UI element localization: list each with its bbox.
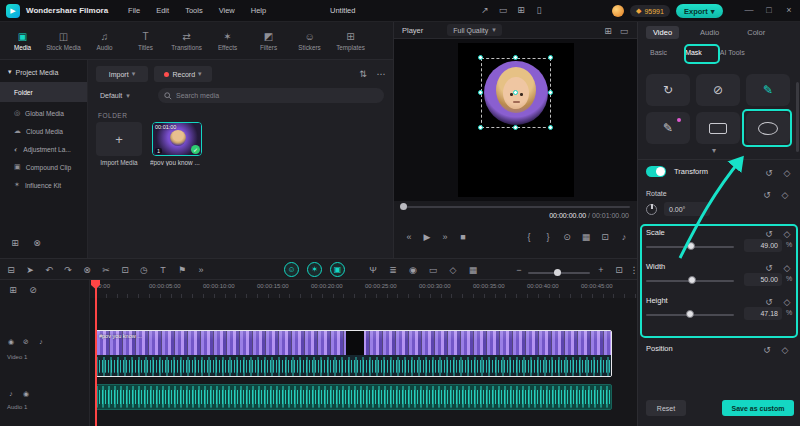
- play-icon[interactable]: ▶: [420, 230, 434, 244]
- timeline-more-icon[interactable]: ⋮: [627, 263, 641, 277]
- track-lock-icon[interactable]: ⊘: [21, 336, 31, 346]
- reset-icon[interactable]: ↺: [760, 188, 774, 202]
- selection-handle[interactable]: [478, 55, 483, 60]
- keyframe-icon[interactable]: ◇: [778, 343, 792, 357]
- next-frame-icon[interactable]: »: [438, 230, 452, 244]
- keyframe-icon[interactable]: ◇: [780, 261, 794, 275]
- minimize-icon[interactable]: —: [742, 3, 756, 17]
- fit-timeline-icon[interactable]: ⊡: [612, 263, 626, 277]
- mask-flip-cell[interactable]: ↻: [646, 74, 690, 106]
- apps-icon[interactable]: ⊞: [514, 3, 528, 17]
- transform-toggle[interactable]: [646, 166, 666, 177]
- tab-audio[interactable]: ♫Audio: [84, 22, 125, 59]
- delete-icon[interactable]: ⊗: [80, 263, 94, 277]
- height-slider-knob[interactable]: [686, 310, 694, 318]
- keyframe-icon[interactable]: ◇: [780, 166, 794, 180]
- tab-media[interactable]: ▣Media: [2, 22, 43, 59]
- subtab-ai-tools[interactable]: AI Tools: [720, 49, 745, 56]
- more-tools-icon[interactable]: »: [194, 263, 208, 277]
- new-folder-icon[interactable]: ⊞: [8, 236, 22, 250]
- tab-audio-props[interactable]: Audio: [693, 26, 726, 39]
- width-slider-knob[interactable]: [688, 276, 696, 284]
- save-as-custom-button[interactable]: Save as custom: [722, 400, 794, 416]
- keyframe-icon[interactable]: ◇: [780, 227, 794, 241]
- record-button[interactable]: Record ▾: [154, 66, 212, 82]
- tab-effects[interactable]: ✶Effects: [207, 22, 248, 59]
- coin-balance-badge[interactable]: ◆ 95991: [630, 5, 670, 17]
- speed-icon[interactable]: ◷: [137, 263, 151, 277]
- rotate-dial[interactable]: [646, 204, 657, 215]
- keyframe-icon[interactable]: ◇: [780, 295, 794, 309]
- display-icon[interactable]: ▭: [496, 3, 510, 17]
- effects-quick-icon[interactable]: ✶: [307, 262, 322, 277]
- tab-stock-media[interactable]: ◫Stock Media: [43, 22, 84, 59]
- subtab-mask[interactable]: Mask: [685, 49, 702, 56]
- mask-ellipse-cell[interactable]: [746, 112, 790, 144]
- close-icon[interactable]: ×: [782, 3, 796, 17]
- screen-record-icon[interactable]: ▭: [426, 263, 440, 277]
- keyframe-icon[interactable]: ◇: [778, 188, 792, 202]
- selection-handle[interactable]: [478, 125, 483, 130]
- media-clip-thumbnail[interactable]: 00:01:00 1 ✓: [152, 122, 202, 156]
- maximize-icon[interactable]: □: [762, 3, 776, 17]
- split-icon[interactable]: ✂: [99, 263, 113, 277]
- mask-rectangle-cell[interactable]: [696, 112, 740, 144]
- mark-out-icon[interactable]: }: [541, 230, 555, 244]
- reset-icon[interactable]: ↺: [762, 166, 776, 180]
- selection-handle[interactable]: [548, 90, 553, 95]
- zoom-in-icon[interactable]: +: [594, 263, 608, 277]
- scale-slider-knob[interactable]: [687, 242, 695, 250]
- quality-dropdown[interactable]: Full Quality ▾: [447, 24, 502, 36]
- manage-tracks-icon[interactable]: ⊞: [6, 283, 20, 297]
- mark-in-icon[interactable]: {: [522, 230, 536, 244]
- sidebar-item-compound-clip[interactable]: ▣Compound Clip: [0, 158, 87, 176]
- pointer-tool-icon[interactable]: ➤: [23, 263, 37, 277]
- menu-edit[interactable]: Edit: [150, 4, 175, 17]
- tab-stickers[interactable]: ☺Stickers: [289, 22, 330, 59]
- delete-folder-icon[interactable]: ⊗: [30, 236, 44, 250]
- user-avatar[interactable]: [612, 5, 624, 17]
- undo-icon[interactable]: ↶: [42, 263, 56, 277]
- preview-window-icon[interactable]: ▭: [617, 24, 631, 38]
- reset-icon[interactable]: ↺: [760, 343, 774, 357]
- snapshot-icon[interactable]: ⊙: [560, 230, 574, 244]
- redo-icon[interactable]: ↷: [61, 263, 75, 277]
- track-mute-icon[interactable]: ♪: [6, 388, 16, 398]
- sidebar-item-cloud-media[interactable]: ☁Cloud Media: [0, 122, 87, 140]
- tab-video[interactable]: Video: [646, 26, 679, 39]
- sort-default-dropdown[interactable]: Default ▾: [96, 88, 150, 103]
- text-tool-icon[interactable]: T: [156, 263, 170, 277]
- sidebar-item-adjustment-layer[interactable]: ◐Adjustment La...: [0, 140, 87, 158]
- selection-handle[interactable]: [513, 55, 518, 60]
- preview-scrollbar[interactable]: [402, 206, 630, 208]
- selection-center-handle[interactable]: [513, 90, 518, 95]
- tab-templates[interactable]: ⊞Templates: [330, 22, 371, 59]
- audio-mixer-icon[interactable]: ≣: [386, 263, 400, 277]
- selection-handle[interactable]: [548, 55, 553, 60]
- timeline-panel-icon[interactable]: ⊟: [4, 263, 18, 277]
- more-options-icon[interactable]: ⋯: [374, 67, 388, 81]
- sidebar-item-influence-kit[interactable]: ✶Influence Kit: [0, 176, 87, 194]
- menu-tools[interactable]: Tools: [179, 4, 209, 17]
- playhead-line[interactable]: [95, 280, 97, 426]
- overlay-quick-icon[interactable]: ▣: [330, 262, 345, 277]
- selection-handle[interactable]: [513, 125, 518, 130]
- track-mute-icon[interactable]: ♪: [36, 336, 46, 346]
- track-visibility-icon[interactable]: ◉: [6, 336, 16, 346]
- voiceover-icon[interactable]: Ψ: [366, 263, 380, 277]
- tab-color[interactable]: Color: [740, 26, 772, 39]
- timeline-ruler[interactable]: 00:0000:00:05:0000:00:10:0000:00:15:0000…: [90, 280, 637, 298]
- tab-titles[interactable]: TTitles: [125, 22, 166, 59]
- import-media-tile[interactable]: +: [96, 122, 142, 156]
- fullscreen-icon[interactable]: ⊡: [598, 230, 612, 244]
- volume-icon[interactable]: ♪: [617, 230, 631, 244]
- rotate-value-field[interactable]: 0.00°: [664, 202, 710, 216]
- height-value-field[interactable]: 47.18: [744, 307, 782, 320]
- selection-handle[interactable]: [478, 90, 483, 95]
- record-icon[interactable]: ◉: [406, 263, 420, 277]
- mask-none-cell[interactable]: ⊘: [696, 74, 740, 106]
- share-icon[interactable]: ↗: [478, 3, 492, 17]
- split-view-icon[interactable]: ⊞: [601, 24, 615, 38]
- preview-scrollbar-knob[interactable]: [400, 203, 407, 210]
- menu-help[interactable]: Help: [245, 4, 272, 17]
